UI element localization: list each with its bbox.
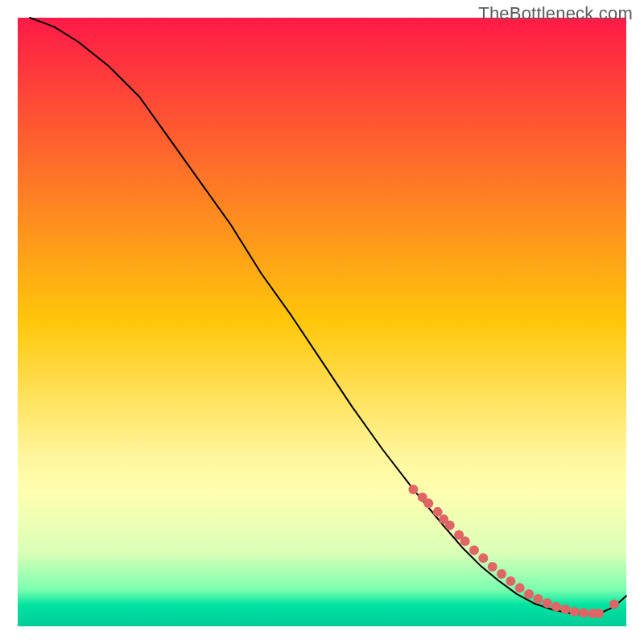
dot [488,562,497,572]
dot [506,576,515,586]
dot [609,600,619,609]
dot [543,598,552,608]
chart-svg [0,0,644,644]
dot [579,608,588,617]
dot [497,569,506,579]
chart-stage: TheBottleneck.com [0,0,644,644]
dot [469,546,479,555]
dot [551,602,561,612]
dot [560,605,570,614]
dot [515,583,525,592]
dot [594,609,604,618]
dot [460,536,470,546]
dot [478,553,488,563]
dot [445,521,455,530]
dot [423,498,433,508]
dot [408,485,418,494]
dot [533,594,543,604]
dot [570,607,580,617]
plot-background [18,18,626,626]
dot [524,589,534,599]
